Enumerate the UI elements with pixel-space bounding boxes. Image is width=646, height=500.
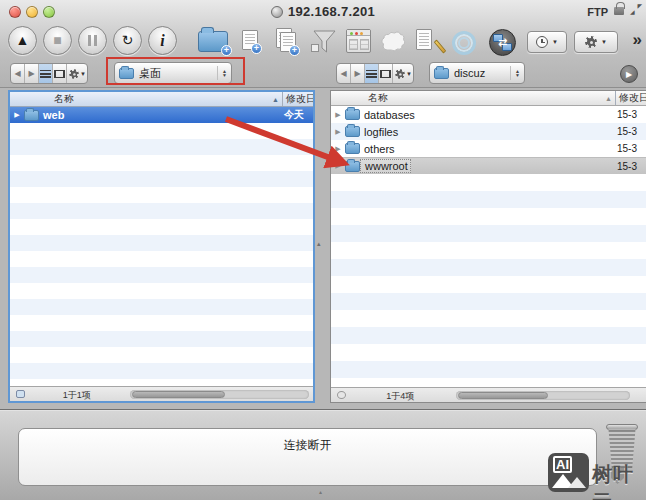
disclosure-triangle-icon[interactable]: ▶ bbox=[10, 111, 24, 119]
disclosure-triangle-icon[interactable]: ▶ bbox=[331, 128, 345, 136]
pause-button[interactable] bbox=[78, 26, 107, 55]
panel-divider-grabber[interactable]: ▴ bbox=[317, 240, 321, 248]
new-file-button[interactable]: + bbox=[242, 30, 258, 50]
globe-icon bbox=[271, 6, 283, 18]
list-view-icon bbox=[366, 70, 377, 78]
view-options-button[interactable]: ▼ bbox=[67, 64, 87, 83]
right-path-dropdown[interactable]: discuz ▲▼ bbox=[429, 62, 525, 84]
new-folder-button[interactable]: + bbox=[198, 31, 228, 52]
connect-play-button[interactable]: ▶ bbox=[620, 65, 638, 83]
folder-icon bbox=[345, 161, 360, 172]
forward-button[interactable]: ▶ bbox=[351, 64, 365, 83]
file-name: logfiles bbox=[360, 126, 398, 138]
file-name: web bbox=[39, 109, 64, 121]
remote-file-list: ▶ databases 15-3 ▶ logfiles 15-3 ▶ other… bbox=[331, 106, 646, 387]
remote-file-panel: 名称▲ 修改日期 ▶ databases 15-3 ▶ logfiles 15-… bbox=[330, 90, 646, 403]
disclosure-triangle-icon[interactable]: ▶ bbox=[331, 145, 345, 153]
chevron-down-icon: ▼ bbox=[80, 71, 86, 77]
watermark-ai-label: AI bbox=[553, 456, 572, 473]
remote-item-count: 1于4项 bbox=[331, 390, 470, 403]
list-view-icon bbox=[40, 70, 51, 78]
refresh-button[interactable]: ↻ bbox=[113, 26, 142, 55]
column-icon bbox=[360, 39, 369, 50]
watermark-logo: AI bbox=[548, 453, 589, 492]
sync-button[interactable]: ⇄ bbox=[489, 29, 516, 56]
fullscreen-arrow-icon: ◤ bbox=[637, 3, 642, 9]
funnel-box-icon bbox=[311, 44, 319, 52]
filter-button[interactable] bbox=[310, 28, 338, 59]
folder-icon bbox=[345, 126, 360, 137]
stop-button[interactable]: ■ bbox=[43, 26, 72, 55]
back-button[interactable]: ◀ bbox=[11, 64, 25, 83]
list-view-button[interactable] bbox=[365, 64, 379, 83]
file-row-others[interactable]: ▶ others 15-3 bbox=[331, 140, 646, 157]
name-column-header[interactable]: 名称 bbox=[10, 92, 74, 106]
window-title-row: 192.168.7.201 bbox=[0, 4, 646, 19]
horizontal-scrollbar[interactable] bbox=[130, 390, 309, 399]
folder-icon bbox=[434, 68, 449, 79]
forward-button[interactable]: ▶ bbox=[25, 64, 39, 83]
column-view-icon bbox=[54, 70, 65, 78]
clock-icon bbox=[536, 36, 548, 48]
skip-dog-button[interactable] bbox=[380, 28, 410, 60]
right-path-label: discuz bbox=[454, 67, 505, 79]
column-view-button[interactable] bbox=[379, 64, 393, 83]
file-row-logfiles[interactable]: ▶ logfiles 15-3 bbox=[331, 123, 646, 140]
column-icon bbox=[349, 39, 358, 50]
file-modified: 15-3 bbox=[615, 143, 646, 154]
file-row-web[interactable]: ▶ web 今天 bbox=[10, 107, 313, 123]
folder-icon bbox=[345, 109, 360, 120]
chevron-down-icon: ▼ bbox=[406, 71, 412, 77]
file-modified: 15-3 bbox=[615, 109, 646, 120]
connection-status-message: 连接断开 bbox=[19, 437, 596, 454]
action-dropdown-button[interactable]: ▼ bbox=[574, 31, 618, 53]
info-icon: i bbox=[160, 32, 164, 49]
file-name: wwwroot bbox=[360, 159, 411, 173]
sync-arrows-icon: ⇄ bbox=[490, 36, 515, 49]
local-item-count: 1于1项 bbox=[10, 389, 143, 402]
window-title: 192.168.7.201 bbox=[288, 4, 375, 19]
file-row-databases[interactable]: ▶ databases 15-3 bbox=[331, 106, 646, 123]
transfer-queue-panel[interactable]: 连接断开 bbox=[18, 428, 597, 486]
plus-badge-icon: + bbox=[289, 45, 300, 56]
toolbar-overflow-button[interactable]: » bbox=[633, 30, 642, 50]
duplicate-button[interactable]: + bbox=[276, 28, 298, 54]
protocol-label: FTP bbox=[587, 6, 608, 18]
local-table-header[interactable]: 名称▲ 修改日期 bbox=[10, 92, 313, 107]
list-view-button[interactable] bbox=[39, 64, 53, 83]
history-dropdown-button[interactable]: ▼ bbox=[527, 31, 567, 53]
file-row-wwwroot[interactable]: ▶ wwwroot 15-3 bbox=[331, 157, 646, 174]
document-icon: + bbox=[280, 32, 296, 52]
modified-column-header[interactable]: 修改日期 bbox=[282, 92, 313, 106]
local-file-panel: 名称▲ 修改日期 ▶ web 今天 1于1项 bbox=[8, 90, 315, 403]
scrollbar-thumb[interactable] bbox=[132, 391, 225, 398]
modified-column-header[interactable]: 修改日期 bbox=[615, 91, 646, 105]
chevron-down-icon: ▼ bbox=[552, 39, 558, 45]
upload-button[interactable]: ▲ bbox=[8, 26, 37, 55]
empty-rows-stripes bbox=[10, 123, 313, 386]
local-file-list: ▶ web 今天 bbox=[10, 107, 313, 386]
name-column-header[interactable]: 名称 bbox=[331, 91, 388, 105]
disclosure-triangle-icon[interactable]: ▶ bbox=[331, 162, 345, 170]
eject-icon: ▲ bbox=[16, 32, 30, 48]
file-modified: 15-3 bbox=[615, 161, 646, 172]
resize-grabber[interactable]: ▴ bbox=[319, 488, 322, 495]
back-button[interactable]: ◀ bbox=[337, 64, 351, 83]
disclosure-triangle-icon[interactable]: ▶ bbox=[331, 111, 345, 119]
annotation-highlight-rect bbox=[106, 57, 245, 85]
fullscreen-button[interactable]: ◤◢ bbox=[630, 3, 642, 15]
info-button[interactable]: i bbox=[148, 26, 177, 55]
tabs-button[interactable] bbox=[346, 29, 371, 53]
gear-icon bbox=[395, 69, 405, 79]
empty-rows-stripes bbox=[331, 174, 646, 387]
view-options-button[interactable]: ▼ bbox=[393, 64, 413, 83]
edit-button[interactable] bbox=[416, 29, 438, 53]
horizontal-scrollbar[interactable] bbox=[456, 391, 630, 400]
scrollbar-thumb[interactable] bbox=[458, 392, 548, 399]
swirl-logo-icon bbox=[452, 31, 476, 55]
remote-table-header[interactable]: 名称▲ 修改日期 bbox=[331, 91, 646, 106]
gear-icon bbox=[69, 69, 79, 79]
column-view-button[interactable] bbox=[53, 64, 67, 83]
file-name: others bbox=[360, 143, 395, 155]
column-view-icon bbox=[380, 70, 391, 78]
